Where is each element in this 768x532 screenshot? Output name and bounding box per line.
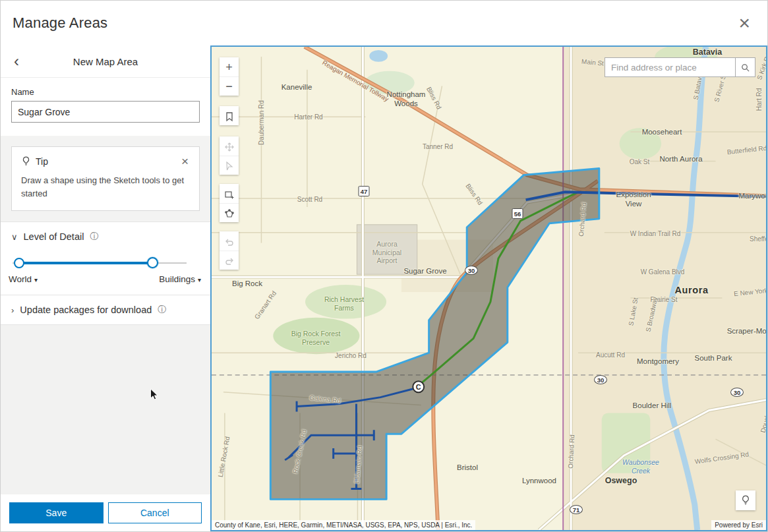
max-detail-label: Buildings: [159, 274, 195, 284]
select-cursor-icon[interactable]: [220, 156, 239, 175]
back-button[interactable]: ‹: [9, 53, 24, 69]
cancel-button[interactable]: Cancel: [108, 502, 202, 523]
caret-down-icon: ▾: [34, 276, 38, 283]
name-label: Name: [11, 87, 200, 97]
draw-polygon-icon[interactable]: [220, 203, 239, 222]
save-button[interactable]: Save: [9, 502, 103, 523]
search-icon[interactable]: [735, 57, 755, 77]
update-packages-label: Update packages for download: [20, 305, 152, 315]
bookmark-control: [220, 106, 239, 125]
name-section: Name: [1, 78, 210, 136]
info-icon[interactable]: ⓘ: [90, 231, 98, 243]
chevron-down-icon: ∨: [11, 232, 18, 242]
level-of-detail-label: Level of Detail: [24, 231, 84, 242]
tip-close-icon[interactable]: ×: [180, 155, 190, 167]
tip-body: Draw a shape using the Sketch tools to g…: [21, 174, 190, 200]
slider-active-track: [19, 262, 152, 264]
min-detail-dropdown[interactable]: World▾: [9, 274, 38, 284]
forest-preserve-area: [273, 318, 359, 355]
manage-areas-window: Manage Areas × ‹ New Map Area Name Tip ×…: [0, 0, 768, 532]
urban-area: [563, 47, 766, 530]
level-of-detail-toggle[interactable]: ∨ Level of Detail ⓘ: [1, 222, 210, 247]
rich-harvest-farms-area: [305, 285, 386, 319]
sketch-tools-group-3: [220, 231, 239, 270]
search-input[interactable]: [605, 57, 735, 77]
side-panel: ‹ New Map Area Name Tip × Draw a shape u…: [1, 45, 210, 531]
redo-icon[interactable]: [220, 251, 239, 270]
min-detail-label: World: [9, 274, 32, 284]
window-header: Manage Areas ×: [1, 1, 767, 46]
tip-section: Tip × Draw a shape using the Sketch tool…: [1, 136, 210, 222]
panel-header: ‹ New Map Area: [1, 45, 210, 78]
slider-handle-min[interactable]: [14, 258, 24, 268]
tip-title: Tip: [36, 156, 48, 167]
c-marker-label: C: [416, 383, 421, 391]
zoom-in-button[interactable]: +: [220, 57, 239, 76]
zoom-controls: + −: [220, 57, 239, 96]
map-tip-lightbulb-icon[interactable]: [736, 490, 755, 510]
move-icon[interactable]: [220, 136, 239, 156]
map-attribution: County of Kane, Esri, HERE, Garmin, METI…: [212, 520, 475, 530]
sketch-tools-group-2: [220, 184, 239, 222]
close-icon[interactable]: ×: [733, 12, 755, 34]
zoom-out-button[interactable]: −: [220, 76, 239, 96]
draw-rectangle-icon[interactable]: [220, 184, 239, 203]
tip-card: Tip × Draw a shape using the Sketch tool…: [11, 146, 200, 211]
undo-icon[interactable]: [220, 231, 239, 251]
panel-empty-area: [1, 325, 210, 494]
bookmark-icon[interactable]: [220, 106, 239, 125]
caret-down-icon: ▾: [198, 276, 201, 283]
sketch-tools-group-1: [220, 136, 239, 175]
basemap: C: [212, 47, 766, 530]
page-title: Manage Areas: [13, 15, 107, 32]
powered-by-esri: Powered by Esri: [711, 520, 766, 530]
panel-footer: Save Cancel: [1, 494, 210, 531]
lightbulb-icon: [21, 156, 31, 166]
chevron-right-icon: ›: [11, 305, 14, 315]
level-of-detail-slider[interactable]: [11, 257, 200, 269]
level-of-detail-section: ∨ Level of Detail ⓘ World▾ Buildings▾: [1, 222, 210, 295]
address-search: [605, 57, 755, 77]
name-input[interactable]: [11, 101, 200, 123]
max-detail-dropdown[interactable]: Buildings▾: [159, 274, 201, 284]
update-packages-toggle[interactable]: › Update packages for download ⓘ: [1, 295, 210, 325]
panel-title: New Map Area: [73, 56, 138, 67]
slider-handle-max[interactable]: [147, 257, 158, 268]
info-icon[interactable]: ⓘ: [158, 304, 166, 316]
map-view[interactable]: C BataviaKanevilleNottingham WoodsMooseh…: [210, 45, 767, 531]
